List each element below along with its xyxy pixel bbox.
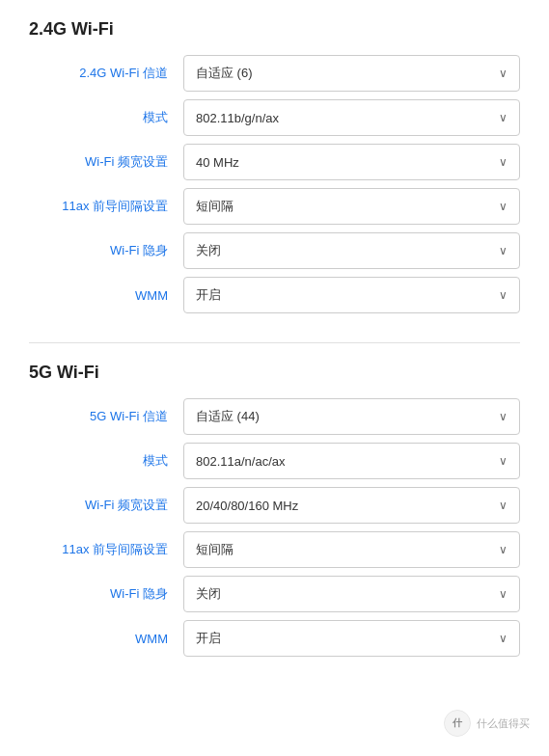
- form-row-0-4: Wi-Fi 隐身关闭∨: [29, 232, 520, 269]
- section-title-wifi5g: 5G Wi-Fi: [29, 363, 520, 383]
- select-value-0-4: 关闭: [196, 242, 491, 259]
- section-divider-0: [29, 342, 520, 343]
- form-label-1-4: Wi-Fi 隐身: [29, 585, 183, 603]
- select-value-0-2: 40 MHz: [196, 155, 491, 170]
- form-label-0-4: Wi-Fi 隐身: [29, 242, 183, 259]
- chevron-down-icon-1-0: ∨: [499, 410, 508, 423]
- select-value-1-1: 802.11a/n/ac/ax: [196, 454, 491, 469]
- chevron-down-icon-0-0: ∨: [499, 67, 508, 80]
- form-select-0-5[interactable]: 开启∨: [183, 277, 520, 313]
- chevron-down-icon-0-4: ∨: [499, 244, 508, 257]
- select-value-1-5: 开启: [196, 630, 491, 647]
- chevron-down-icon-1-2: ∨: [499, 499, 508, 512]
- form-select-1-0[interactable]: 自适应 (44)∨: [183, 398, 520, 435]
- form-select-1-4[interactable]: 关闭∨: [183, 576, 520, 612]
- chevron-down-icon-0-3: ∨: [499, 200, 508, 213]
- form-row-0-3: 11ax 前导间隔设置短间隔∨: [29, 188, 520, 225]
- form-label-0-2: Wi-Fi 频宽设置: [29, 153, 183, 171]
- chevron-down-icon-0-1: ∨: [499, 111, 508, 124]
- watermark-text: 什么值得买: [477, 716, 530, 731]
- form-row-1-1: 模式802.11a/n/ac/ax∨: [29, 443, 520, 479]
- form-row-1-5: WMM开启∨: [29, 620, 520, 657]
- chevron-down-icon-1-4: ∨: [499, 587, 508, 601]
- form-select-0-4[interactable]: 关闭∨: [183, 232, 520, 269]
- form-select-0-0[interactable]: 自适应 (6)∨: [183, 55, 520, 92]
- form-label-0-0: 2.4G Wi-Fi 信道: [29, 65, 183, 82]
- form-label-1-2: Wi-Fi 频宽设置: [29, 497, 183, 514]
- form-label-0-3: 11ax 前导间隔设置: [29, 198, 183, 215]
- select-value-1-0: 自适应 (44): [196, 408, 491, 425]
- chevron-down-icon-0-5: ∨: [499, 288, 508, 302]
- select-value-0-3: 短间隔: [196, 198, 491, 215]
- form-select-0-2[interactable]: 40 MHz∨: [183, 144, 520, 180]
- select-value-1-3: 短间隔: [196, 541, 491, 558]
- chevron-down-icon-1-3: ∨: [499, 543, 508, 556]
- form-label-1-3: 11ax 前导间隔设置: [29, 541, 183, 558]
- form-label-1-1: 模式: [29, 452, 183, 470]
- form-row-0-2: Wi-Fi 频宽设置40 MHz∨: [29, 144, 520, 180]
- form-select-1-3[interactable]: 短间隔∨: [183, 531, 520, 568]
- form-row-1-4: Wi-Fi 隐身关闭∨: [29, 576, 520, 612]
- form-select-1-1[interactable]: 802.11a/n/ac/ax∨: [183, 443, 520, 479]
- chevron-down-icon-0-2: ∨: [499, 155, 508, 169]
- form-select-0-3[interactable]: 短间隔∨: [183, 188, 520, 225]
- form-select-1-5[interactable]: 开启∨: [183, 620, 520, 657]
- select-value-0-0: 自适应 (6): [196, 65, 491, 82]
- form-label-0-5: WMM: [29, 288, 183, 303]
- section-wifi5g: 5G Wi-Fi5G Wi-Fi 信道自适应 (44)∨模式802.11a/n/…: [29, 363, 520, 657]
- section-title-wifi24: 2.4G Wi-Fi: [29, 19, 520, 40]
- select-value-0-1: 802.11b/g/n/ax: [196, 111, 491, 125]
- form-row-0-5: WMM开启∨: [29, 277, 520, 313]
- form-label-1-5: WMM: [29, 632, 183, 646]
- form-select-0-1[interactable]: 802.11b/g/n/ax∨: [183, 99, 520, 136]
- chevron-down-icon-1-1: ∨: [499, 454, 508, 468]
- select-value-0-5: 开启: [196, 286, 491, 304]
- watermark: 什 什么值得买: [444, 710, 530, 737]
- select-value-1-2: 20/40/80/160 MHz: [196, 499, 491, 513]
- form-row-1-2: Wi-Fi 频宽设置20/40/80/160 MHz∨: [29, 487, 520, 524]
- form-row-1-0: 5G Wi-Fi 信道自适应 (44)∨: [29, 398, 520, 435]
- form-select-1-2[interactable]: 20/40/80/160 MHz∨: [183, 487, 520, 524]
- form-row-0-0: 2.4G Wi-Fi 信道自适应 (6)∨: [29, 55, 520, 92]
- form-label-1-0: 5G Wi-Fi 信道: [29, 408, 183, 425]
- select-value-1-4: 关闭: [196, 585, 491, 603]
- watermark-icon: 什: [444, 710, 471, 737]
- form-row-0-1: 模式802.11b/g/n/ax∨: [29, 99, 520, 136]
- chevron-down-icon-1-5: ∨: [499, 632, 508, 645]
- form-row-1-3: 11ax 前导间隔设置短间隔∨: [29, 531, 520, 568]
- form-label-0-1: 模式: [29, 109, 183, 126]
- section-wifi24: 2.4G Wi-Fi2.4G Wi-Fi 信道自适应 (6)∨模式802.11b…: [29, 19, 520, 313]
